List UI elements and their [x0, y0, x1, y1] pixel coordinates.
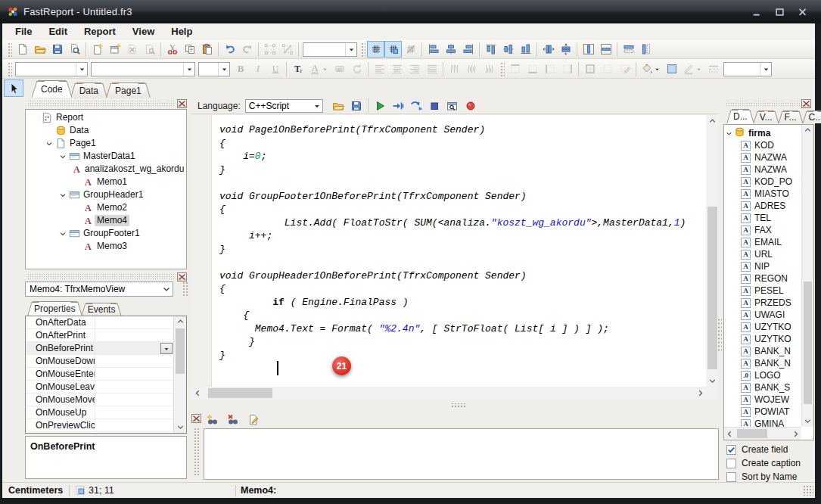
scroll-left-icon[interactable] — [191, 387, 204, 400]
tree-item-groupheader1[interactable]: GroupHeader1 — [26, 188, 186, 201]
space-vertically-button[interactable] — [557, 41, 574, 58]
font-combobox[interactable] — [15, 62, 88, 76]
data-tab-d[interactable]: D... — [732, 109, 749, 123]
align-bottoms-button[interactable] — [517, 41, 534, 58]
tree-item-data[interactable]: Data — [26, 124, 186, 137]
data-panel-grip[interactable] — [726, 100, 800, 107]
event-row-onafterdata[interactable]: OnAfterData — [26, 316, 186, 329]
report-tree-close-button[interactable] — [177, 99, 187, 108]
align-middles-button[interactable] — [499, 41, 517, 58]
tree-item-groupfooter1[interactable]: GroupFooter1 — [26, 227, 186, 240]
option-create-caption[interactable]: Create caption — [726, 456, 815, 470]
event-value[interactable] — [95, 368, 186, 380]
align-rights-button[interactable] — [459, 41, 477, 58]
align-tops-button[interactable] — [482, 41, 499, 58]
fill-color-button[interactable] — [639, 61, 663, 77]
run-button[interactable] — [371, 98, 389, 114]
expander-icon[interactable] — [58, 229, 68, 238]
inspector-close-button[interactable] — [177, 272, 187, 282]
field-item-bank_n[interactable]: ABANK_N — [724, 357, 801, 369]
checkbox[interactable] — [726, 459, 736, 468]
watch-close-button[interactable] — [191, 414, 201, 423]
event-row-onmouseenter[interactable]: OnMouseEnter — [26, 368, 186, 381]
field-item-fax[interactable]: AFAX — [724, 224, 801, 236]
tree-item-report[interactable]: Report — [26, 111, 186, 124]
breakpoint-button[interactable] — [462, 98, 480, 114]
data-tab-c[interactable]: C... — [807, 110, 821, 123]
field-item-miasto[interactable]: AMIASTO — [724, 188, 801, 200]
tree-item-page1[interactable]: Page1 — [26, 137, 186, 150]
select-tool-button[interactable] — [4, 79, 23, 97]
field-item-uzytko[interactable]: AUZYTKO — [724, 321, 801, 333]
editor-hscroll-thumb[interactable] — [208, 388, 272, 398]
event-value[interactable] — [95, 394, 186, 406]
evaluate-button[interactable] — [443, 98, 462, 114]
same-width-button[interactable] — [620, 41, 637, 58]
field-item-powiat[interactable]: APOWIAT — [724, 406, 801, 418]
fields-hscroll-thumb[interactable] — [737, 429, 767, 438]
language-combobox[interactable]: C++Script — [245, 99, 323, 113]
data-tab-v[interactable]: V... — [758, 110, 774, 123]
field-item-tel[interactable]: ATEL — [724, 212, 801, 224]
menu-help[interactable]: Help — [163, 26, 201, 37]
expander-icon[interactable] — [44, 139, 54, 148]
new-report-page-button[interactable] — [89, 41, 106, 58]
scroll-up-icon[interactable] — [174, 316, 186, 328]
event-row-onmouseup[interactable]: OnMouseUp — [26, 406, 186, 419]
menu-file[interactable]: File — [7, 26, 40, 37]
editor-hscrollbar[interactable] — [191, 387, 706, 400]
field-root-firma[interactable]: firma — [724, 127, 801, 139]
undo-button[interactable] — [221, 41, 238, 58]
menu-report[interactable]: Report — [76, 26, 124, 37]
event-value[interactable] — [95, 329, 186, 341]
align-lefts-button[interactable] — [424, 41, 442, 58]
field-item-kod_po[interactable]: AKOD_PO — [724, 176, 801, 188]
event-value[interactable] — [95, 406, 186, 418]
align-centers-button[interactable] — [442, 41, 459, 58]
scroll-right-icon[interactable] — [790, 428, 801, 440]
font-combobox[interactable] — [198, 62, 230, 76]
resize-grip[interactable] — [803, 485, 813, 496]
menu-view[interactable]: View — [124, 26, 163, 37]
field-item-bank_n[interactable]: ABANK_N — [724, 345, 801, 357]
copy-button[interactable] — [181, 41, 198, 58]
step-over-button[interactable] — [407, 98, 425, 114]
event-row-onmousemove[interactable]: OnMouseMove — [26, 394, 186, 406]
field-item-gmina[interactable]: AGMINA — [724, 418, 801, 427]
field-item-nazwa[interactable]: ANAZWA — [724, 163, 801, 176]
field-item-uwagi[interactable]: AUWAGI — [724, 309, 801, 321]
center-vertically-button[interactable] — [597, 41, 614, 58]
scroll-down-icon[interactable] — [174, 422, 186, 433]
center-horizontally-button[interactable] — [580, 41, 597, 58]
tree-item-memo1[interactable]: AMemo1 — [26, 176, 186, 188]
fields-hscrollbar[interactable] — [724, 427, 801, 440]
event-row-onmouseleave[interactable]: OnMouseLeave — [26, 381, 186, 394]
scroll-down-icon[interactable] — [706, 375, 719, 387]
event-row-onbeforeprint[interactable]: OnBeforePrint — [26, 342, 186, 355]
expander-icon[interactable] — [58, 152, 68, 161]
tree-item-memo2[interactable]: AMemo2 — [26, 201, 186, 214]
tab-data[interactable]: Data — [76, 82, 101, 98]
data-panel-close-button[interactable] — [801, 99, 811, 108]
field-item-uzytko[interactable]: AUZYTKO — [724, 333, 801, 345]
data-tab-f[interactable]: F... — [783, 110, 798, 123]
trace-into-button[interactable] — [389, 98, 407, 114]
field-item-nip[interactable]: ANIP — [724, 260, 801, 272]
field-item-pesel[interactable]: APESEL — [724, 285, 801, 297]
data-panel-splitter[interactable] — [717, 318, 722, 353]
field-item-wojew[interactable]: AWOJEW — [724, 394, 801, 406]
scroll-up-icon[interactable] — [802, 125, 813, 136]
add-watch-button[interactable] — [204, 412, 222, 428]
event-value[interactable] — [95, 355, 186, 367]
scroll-up-icon[interactable] — [706, 115, 719, 127]
fields-vscroll-thumb[interactable] — [804, 282, 812, 404]
close-button[interactable] — [797, 6, 809, 18]
maximize-button[interactable] — [774, 6, 786, 18]
event-dropdown-button[interactable] — [160, 343, 173, 354]
font-combobox[interactable] — [91, 62, 195, 76]
option-create-field[interactable]: Create field — [726, 443, 815, 456]
events-scrollbar[interactable] — [173, 316, 186, 433]
field-item-kod[interactable]: AKOD — [724, 139, 801, 151]
align-to-grid-button[interactable] — [384, 41, 402, 58]
event-row-onmousedown[interactable]: OnMouseDown — [26, 355, 186, 368]
